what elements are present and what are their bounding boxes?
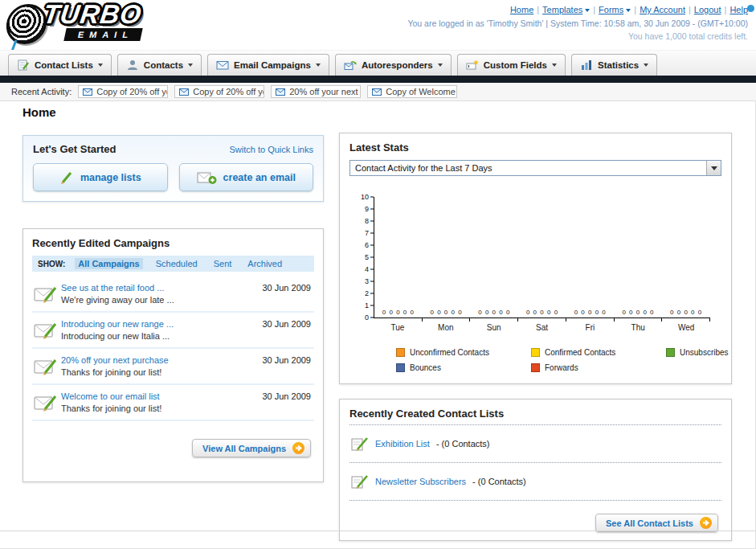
filter-archived[interactable]: Archived [244,258,285,269]
campaign-edit-icon [34,285,61,304]
recent-contact-lists-panel: Recently Created Contact Lists Exhibitio… [339,399,732,541]
switch-quick-links-link[interactable]: Switch to Quick Links [229,145,313,154]
view-all-campaigns-button[interactable]: View All Campaigns [192,439,311,457]
chart-x-tick-label: Thu [614,323,662,332]
nav-link-label: Logout [694,5,721,14]
nav-link-help[interactable]: Help [729,5,748,14]
tab-label: Contacts [144,60,183,70]
legend-label: Unconfirmed Contacts [410,348,489,357]
stats-period-value: Contact Activity for the Last 7 Days [350,163,706,173]
recent-campaigns-title: Recently Edited Campaigns [32,237,314,249]
chart-value-labels: 0 0 0 0 0 [566,309,615,316]
campaign-list-item: See us at the retail food ... We're givi… [32,277,314,313]
tab-email-campaigns[interactable]: Email Campaigns [207,54,329,76]
contact-list-link[interactable]: Newsletter Subscribers [375,477,466,486]
logo-text: TURBO EMAIL [43,2,141,41]
envelope-icon [179,88,189,96]
chart-value-labels: 0 0 0 0 0 [423,309,471,316]
chevron-down-icon [438,64,443,67]
chart-value-labels: 0 0 0 0 0 [470,309,518,316]
campaign-title-link[interactable]: 20% off your next purchase [61,355,255,365]
campaign-edit-icon [34,357,61,376]
create-email-button[interactable]: create an email [179,163,314,191]
create-email-label: create an email [223,172,296,183]
nav-link-templates[interactable]: Templates [542,5,590,14]
legend-item: Unsubscribes [666,348,729,357]
campaign-title-link[interactable]: See us at the retail food ... [61,283,255,293]
contact-list-detail: - (0 Contacts) [472,477,526,486]
tab-label: Autoresponders [362,60,433,70]
main-nav-bar: Contact Lists Contacts Email Campaigns A… [0,50,756,76]
footer-divider [0,531,756,531]
recent-activity-item[interactable]: 20% off your next [271,85,361,98]
campaign-subtitle: Thanks for joining our list! [61,404,255,413]
filter-all-campaigns[interactable]: All Campaigns [75,258,142,269]
legend-item: Forwards [531,363,666,372]
top-header: TURBO EMAIL HomeTemplatesFormsMy Account… [0,0,756,50]
page-title: Home [22,105,56,119]
filter-sent[interactable]: Sent [210,258,235,269]
see-all-contact-lists-button[interactable]: See All Contact Lists [595,514,718,532]
legend-item: Unconfirmed Contacts [396,348,531,357]
contact-list-link[interactable]: Exhibition List [375,439,430,449]
chevron-down-icon [98,64,103,67]
recent-activity-item-label: Copy of 20% off yo [193,87,264,96]
app-logo: TURBO EMAIL [6,2,141,44]
nav-divider-bar [0,76,756,83]
campaign-list-item: Welcome to our email list Thanks for joi… [32,385,314,421]
recent-activity-label: Recent Activity: [11,87,72,96]
filter-scheduled[interactable]: Scheduled [153,258,201,269]
chevron-down-icon [316,64,321,67]
recent-activity-item[interactable]: Copy of 20% off yo [78,85,168,98]
tab-label: Statistics [598,60,639,70]
campaign-text: Introducing our new range ... Introducin… [61,319,255,341]
autoresponders-icon [344,59,357,72]
dotted-divider [349,462,721,463]
chart-x-tick-label: Sat [518,323,566,332]
latest-stats-panel: Latest Stats Contact Activity for the La… [339,133,732,384]
statistics-icon [580,59,593,72]
campaign-edit-icon [34,393,61,412]
nav-link-home[interactable]: Home [510,5,533,14]
list-edit-icon [351,473,369,490]
tab-custom-fields[interactable]: Custom Fields [457,54,566,76]
campaign-title-link[interactable]: Welcome to our email list [61,391,255,401]
chart-x-tick-label: Tue [374,323,422,332]
nav-link-logout[interactable]: Logout [694,5,721,14]
stats-period-select[interactable]: Contact Activity for the Last 7 Days [349,160,721,176]
recent-activity-bar: Recent Activity: Copy of 20% off yo Copy… [0,83,756,101]
manage-lists-button[interactable]: manage lists [33,163,168,191]
chart-x-tick-label: Mon [422,323,470,332]
logo-secondary-text: EMAIL [63,28,143,41]
tab-statistics[interactable]: Statistics [571,54,657,76]
chart-group: 0 0 0 0 0 [470,197,518,318]
chart-group: 0 0 0 0 0 [518,197,566,318]
nav-link-label: My Account [640,5,685,14]
tab-autoresponders[interactable]: Autoresponders [335,54,452,76]
contact-activity-chart: 109876543210 0 0 0 0 00 0 0 0 00 0 0 0 0… [349,197,721,332]
tab-contact-lists[interactable]: Contact Lists [8,54,112,76]
dropdown-arrow-icon [706,161,721,175]
contacts-icon [126,59,139,72]
campaign-title-link[interactable]: Introducing our new range ... [61,319,255,329]
nav-link-forms[interactable]: Forms [599,5,631,14]
legend-swatch [531,348,540,357]
arrow-right-icon [292,442,304,454]
chart-value-labels: 0 0 0 0 0 [662,309,710,316]
chart-groups: 0 0 0 0 00 0 0 0 00 0 0 0 00 0 0 0 00 0 … [374,197,710,318]
get-started-panel: Let's Get Started Switch to Quick Links … [22,135,324,202]
nav-separator [689,5,691,14]
envelope-icon [276,88,285,96]
chart-group: 0 0 0 0 0 [423,197,471,318]
recent-activity-item[interactable]: Copy of 20% off yo [174,85,264,98]
tab-contacts[interactable]: Contacts [117,54,202,76]
dotted-divider [349,424,721,425]
chart-x-axis-labels: TueMonSunSatFriThuWed [374,323,710,332]
recent-activity-item[interactable]: Copy of Welcome to [367,85,457,98]
legend-label: Unsubscribes [680,348,729,357]
campaign-edit-icon [34,321,61,340]
campaign-subtitle: Introducing our new Italia ... [61,331,255,341]
campaign-list: See us at the retail food ... We're givi… [32,277,314,421]
nav-link-my-account[interactable]: My Account [640,5,685,14]
chart-x-tick-label: Sun [470,323,518,332]
